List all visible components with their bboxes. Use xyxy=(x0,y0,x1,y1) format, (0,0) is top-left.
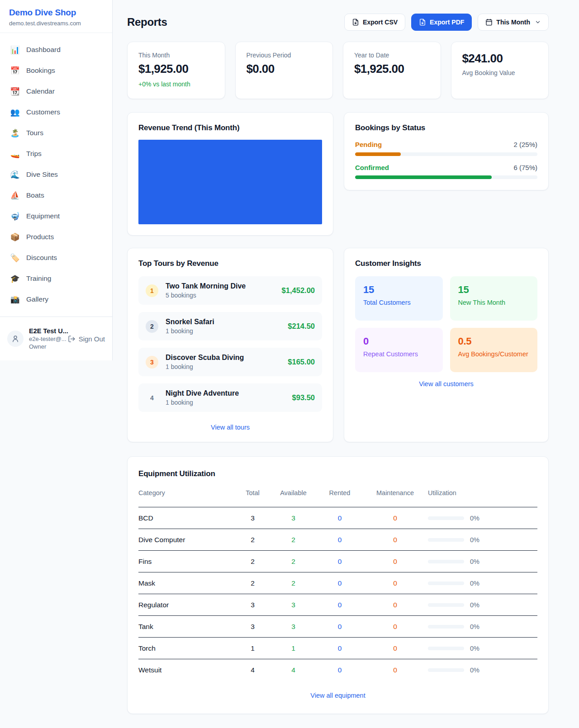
sidebar-item-label: Tours xyxy=(26,129,43,137)
stat-delta: +0% vs last month xyxy=(138,80,214,88)
tile-label: New This Month xyxy=(458,299,530,306)
cell-available: 4 xyxy=(270,666,317,674)
sidebar-item-label: Boats xyxy=(26,191,44,199)
cell-available: 3 xyxy=(270,601,317,609)
diving-mask-icon: 🤿 xyxy=(10,212,20,221)
view-all-customers-link[interactable]: View all customers xyxy=(355,380,537,388)
shop-domain: demo.test.divestreams.com xyxy=(9,20,103,27)
progress-track xyxy=(355,152,537,156)
cell-available: 2 xyxy=(270,579,317,587)
utilization-pct: 0% xyxy=(470,536,479,544)
cell-category: Mask xyxy=(138,579,236,587)
table-row: Tank 3 3 0 0 0% xyxy=(138,616,537,638)
tour-name: Snorkel Safari xyxy=(166,318,214,326)
rank-badge: 3 xyxy=(146,356,158,369)
cell-available: 1 xyxy=(270,644,317,652)
top-tours-card: Top Tours by Revenue 1 Two Tank Morning … xyxy=(127,248,333,442)
tour-bookings: 1 booking xyxy=(166,399,239,406)
cell-total: 2 xyxy=(236,579,270,587)
utilization-pct: 0% xyxy=(470,515,479,522)
progress-track xyxy=(355,175,537,179)
cell-total: 3 xyxy=(236,623,270,631)
rank-badge: 4 xyxy=(146,392,158,404)
tour-name: Night Dive Adventure xyxy=(166,389,239,397)
sidebar-user-footer: E2E Test U... e2e-tester@... Owner Sign … xyxy=(0,317,112,360)
sidebar-item-calendar[interactable]: 📆 Calendar xyxy=(5,81,108,102)
revenue-trend-title: Revenue Trend (This Month) xyxy=(138,123,322,132)
view-all-tours-link[interactable]: View all tours xyxy=(138,424,322,431)
sidebar-item-label: Dashboard xyxy=(26,46,61,54)
status-label: Confirmed xyxy=(355,164,389,171)
utilization-bar xyxy=(428,516,464,520)
col-utilization: Utilization xyxy=(428,489,537,496)
graduation-cap-icon: 🎓 xyxy=(10,274,20,284)
sidebar-item-dashboard[interactable]: 📊 Dashboard xyxy=(5,39,108,60)
sidebar-item-boats[interactable]: ⛵ Boats xyxy=(5,185,108,206)
export-pdf-button[interactable]: Export PDF xyxy=(411,14,472,31)
sidebar-item-trips[interactable]: 🚤 Trips xyxy=(5,143,108,164)
cell-maintenance: 0 xyxy=(362,666,428,674)
sidebar-item-products[interactable]: 📦 Products xyxy=(5,227,108,247)
sidebar-item-equipment[interactable]: 🤿 Equipment xyxy=(5,206,108,227)
view-all-equipment-link[interactable]: View all equipment xyxy=(138,692,537,699)
cell-total: 3 xyxy=(236,514,270,522)
stat-value: $0.00 xyxy=(247,62,322,76)
progress-fill xyxy=(355,175,492,179)
period-dropdown[interactable]: This Month xyxy=(478,14,549,31)
tile-value: 0.5 xyxy=(458,336,530,347)
sailboat-icon: ⛵ xyxy=(10,191,20,200)
sidebar-item-label: Products xyxy=(26,233,54,241)
utilization-bar xyxy=(428,625,464,629)
package-icon: 📦 xyxy=(10,232,20,242)
tile-new-this-month: 15 New This Month xyxy=(450,276,538,321)
stat-card-avg-booking-value: $241.00 Avg Booking Value xyxy=(451,42,549,99)
status-row-pending: Pending 2 (25%) xyxy=(355,141,537,156)
utilization-bar xyxy=(428,668,464,672)
customers-icon: 👥 xyxy=(10,108,20,117)
charts-row: Revenue Trend (This Month) Bookings by S… xyxy=(127,112,549,236)
utilization-pct: 0% xyxy=(470,623,479,630)
cell-maintenance: 0 xyxy=(362,536,428,544)
sidebar: Demo Dive Shop demo.test.divestreams.com… xyxy=(0,0,113,360)
sidebar-item-discounts[interactable]: 🏷️ Discounts xyxy=(5,247,108,268)
cell-available: 3 xyxy=(270,514,317,522)
utilization-pct: 0% xyxy=(470,601,479,609)
sidebar-item-bookings[interactable]: 📅 Bookings xyxy=(5,60,108,81)
sign-out-button[interactable]: Sign Out xyxy=(68,335,105,343)
sidebar-nav: 📊 Dashboard 📅 Bookings 📆 Calendar 👥 Cust… xyxy=(0,33,112,317)
sidebar-item-gallery[interactable]: 📸 Gallery xyxy=(5,289,108,310)
cell-maintenance: 0 xyxy=(362,623,428,631)
sidebar-item-label: Training xyxy=(26,274,51,283)
file-download-icon xyxy=(352,19,359,26)
bookings-by-status-card: Bookings by Status Pending 2 (25%) Confi… xyxy=(344,112,549,190)
sidebar-item-dive-sites[interactable]: 🌊 Dive Sites xyxy=(5,164,108,185)
export-csv-button[interactable]: Export CSV xyxy=(344,14,405,31)
tour-revenue: $165.00 xyxy=(288,358,315,366)
tile-avg-bookings-customer: 0.5 Avg Bookings/Customer xyxy=(450,328,538,372)
export-pdf-label: Export PDF xyxy=(430,19,464,26)
progress-fill xyxy=(355,152,401,156)
tour-name: Two Tank Morning Dive xyxy=(166,282,246,290)
cell-rented: 0 xyxy=(317,579,362,587)
cell-maintenance: 0 xyxy=(362,601,428,609)
sidebar-item-customers[interactable]: 👥 Customers xyxy=(5,102,108,123)
chevron-down-icon xyxy=(535,19,541,25)
status-count: 6 (75%) xyxy=(513,164,537,171)
sidebar-item-training[interactable]: 🎓 Training xyxy=(5,268,108,289)
sidebar-item-pos[interactable]: 💳 POS xyxy=(5,310,108,317)
file-download-icon xyxy=(419,19,426,26)
cell-rented: 0 xyxy=(317,623,362,631)
table-row: Mask 2 2 0 0 0% xyxy=(138,572,537,594)
tile-value: 15 xyxy=(363,284,435,296)
utilization-pct: 0% xyxy=(470,580,479,587)
col-total: Total xyxy=(236,489,270,496)
user-role: Owner xyxy=(29,343,62,350)
stat-label: Avg Booking Value xyxy=(462,69,538,76)
table-row: BCD 3 3 0 0 0% xyxy=(138,507,537,529)
utilization-bar xyxy=(428,581,464,585)
sidebar-item-tours[interactable]: 🏝️ Tours xyxy=(5,123,108,143)
status-count: 2 (25%) xyxy=(513,141,537,148)
stat-label: Year to Date xyxy=(354,52,430,59)
cell-category: Wetsuit xyxy=(138,666,236,674)
utilization-pct: 0% xyxy=(470,667,479,674)
